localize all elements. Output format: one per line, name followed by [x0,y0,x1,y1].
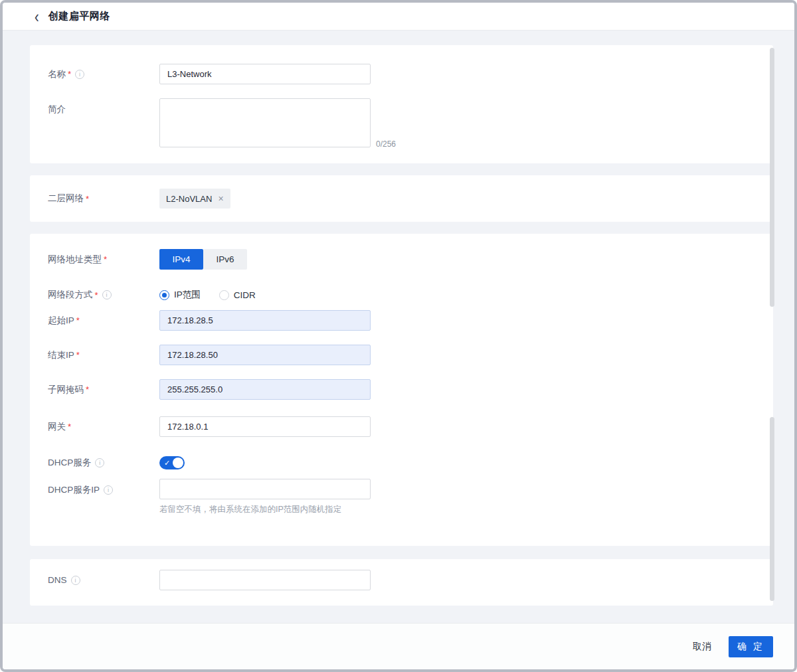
netmask-input[interactable] [159,379,371,400]
dhcp-ip-helper: 若留空不填，将由系统在添加的IP范围内随机指定 [159,504,371,515]
gateway-label: 网关 * [48,421,159,433]
page-title: 创建扁平网络 [48,10,110,23]
dhcp-label: DHCP服务 i [48,457,159,469]
scrollbar-thumb[interactable] [770,48,774,307]
l2-label: 二层网络 * [48,193,159,205]
name-input[interactable] [159,64,371,84]
info-icon[interactable]: i [95,458,104,467]
section-network: 网络地址类型 * IPv4 IPv6 网络段方式 * i IP范围 [30,234,773,546]
ipv4-tab[interactable]: IPv4 [159,249,203,270]
segment-mode-label: 网络段方式 * i [48,289,159,301]
check-icon: ✓ [164,458,170,467]
ip-range-radio[interactable]: IP范围 [159,289,201,301]
required-asterisk: * [95,290,98,300]
create-flat-network-dialog: ‹ 创建扁平网络 名称 * i 简介 0/256 [0,0,797,672]
required-asterisk: * [68,422,71,432]
remove-tag-icon[interactable]: × [218,194,223,203]
required-asterisk: * [104,254,107,264]
confirm-button[interactable]: 确 定 [729,636,773,657]
section-basic: 名称 * i 简介 0/256 [30,45,773,163]
back-icon[interactable]: ‹ [35,8,39,25]
dns-label: DNS i [48,575,159,585]
dhcp-ip-label: DHCP服务IP i [48,479,159,496]
row-dhcp: DHCP服务 i ✓ [30,456,773,469]
form-content: 名称 * i 简介 0/256 二层网络 * [3,31,794,669]
end-ip-label: 结束IP * [48,349,159,361]
description-label: 简介 [48,98,159,116]
row-netmask: 子网掩码 * [30,379,773,400]
toggle-knob [173,458,183,468]
addr-type-segmented: IPv4 IPv6 [159,249,247,270]
dialog-header: ‹ 创建扁平网络 [3,3,794,31]
row-name: 名称 * i [30,64,773,84]
ipv6-tab[interactable]: IPv6 [203,249,247,270]
row-end-ip: 结束IP * [30,345,773,365]
row-description: 简介 0/256 [30,98,773,150]
name-label: 名称 * i [48,68,159,80]
description-wrap: 0/256 [159,98,371,150]
radio-dot [219,290,229,300]
description-textarea[interactable] [159,98,371,147]
addr-type-label: 网络地址类型 * [48,254,159,266]
section-l2: 二层网络 * L2-NoVLAN × [30,175,773,222]
char-counter: 0/256 [376,139,396,149]
row-dhcp-ip: DHCP服务IP i 若留空不填，将由系统在添加的IP范围内随机指定 [30,479,773,515]
info-icon[interactable]: i [104,485,113,495]
required-asterisk: * [86,384,89,394]
netmask-label: 子网掩码 * [48,384,159,396]
required-asterisk: * [76,350,80,360]
dialog-footer: 取消 确 定 [3,623,794,669]
cancel-button[interactable]: 取消 [693,641,711,653]
segment-mode-radios: IP范围 CIDR [159,289,256,301]
row-dns: DNS i [30,570,773,590]
dhcp-ip-input[interactable] [159,479,371,499]
info-icon[interactable]: i [102,290,112,299]
dhcp-toggle[interactable]: ✓ [159,456,185,469]
row-addr-type: 网络地址类型 * IPv4 IPv6 [30,249,773,270]
row-segment-mode: 网络段方式 * i IP范围 CIDR [30,289,773,301]
info-icon[interactable]: i [75,70,84,79]
info-icon[interactable]: i [71,576,80,585]
section-dns: DNS i [30,559,773,606]
cidr-radio[interactable]: CIDR [219,290,256,300]
row-gateway: 网关 * [30,416,773,437]
start-ip-input[interactable] [159,310,371,331]
required-asterisk: * [68,69,71,79]
start-ip-label: 起始IP * [48,315,159,327]
gateway-input[interactable] [159,416,371,437]
end-ip-input[interactable] [159,345,371,365]
row-l2: 二层网络 * L2-NoVLAN × [30,189,773,209]
l2-network-tag[interactable]: L2-NoVLAN × [159,189,230,209]
row-start-ip: 起始IP * [30,310,773,331]
dhcp-ip-wrap: 若留空不填，将由系统在添加的IP范围内随机指定 [159,479,371,515]
dns-input[interactable] [159,570,371,590]
scrollbar-thumb[interactable] [770,417,774,601]
radio-dot [159,290,169,300]
required-asterisk: * [76,315,80,325]
required-asterisk: * [86,194,89,204]
